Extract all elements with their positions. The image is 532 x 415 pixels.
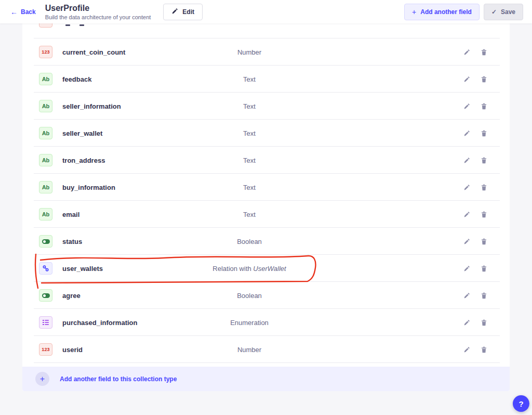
delete-field-button[interactable] [480,345,488,354]
edit-button-label: Edit [182,8,194,16]
text-icon: Ab [39,181,52,193]
delete-field-button[interactable] [480,75,488,84]
field-type: Number [197,346,301,354]
field-type: Text [197,184,301,191]
edit-field-button[interactable] [462,102,471,111]
delete-field-button[interactable] [480,318,488,327]
add-another-field-button[interactable]: + Add another field [404,4,480,20]
field-type: Text [197,102,301,110]
edit-field-button[interactable] [462,291,471,300]
field-row-tron_address: Abtron_addressText [22,147,510,174]
page-title: UserProfile [45,4,151,13]
help-button[interactable]: ? [513,395,529,412]
field-name: purchased_information [62,319,137,327]
add-field-label: Add another field [420,8,472,16]
delete-field-button[interactable] [480,129,488,138]
back-arrow-icon: ← [10,8,18,16]
text-icon: Ab [39,154,52,166]
edit-field-button[interactable] [462,129,471,138]
number-icon: 123 [39,23,52,28]
field-type: Text [197,211,301,218]
relation-icon [39,262,52,275]
field-type: Enumeration [197,319,301,327]
row-actions [462,264,488,273]
field-row-agree: agreeBoolean [22,282,510,309]
pencil-icon [171,8,178,16]
field-type: Relation with UserWallet [197,265,301,273]
field-name: current_coin_count [62,48,125,56]
field-name: seller_wallet [62,129,102,137]
delete-field-button[interactable] [480,264,488,273]
header-bar: ← Back UserProfile Build the data archit… [0,0,532,23]
field-type: Number [197,48,301,56]
row-actions [462,237,488,246]
field-type: Text [197,157,301,164]
field-name: buy_information [62,184,115,191]
back-label: Back [21,8,36,16]
field-name: user_wallets [62,265,103,273]
title-block: UserProfile Build the data architecture … [45,4,151,20]
row-actions [462,345,488,354]
back-link[interactable]: ← Back [10,8,36,16]
save-button[interactable]: ✓ Save [484,4,523,20]
field-rows: 123current_coin_countNumberAbfeedbackTex… [22,38,510,363]
field-row-purchased_information: purchased_informationEnumeration [22,309,510,336]
check-icon: ✓ [491,9,497,15]
delete-field-button[interactable] [480,210,488,219]
field-row-status: statusBoolean [22,228,510,255]
delete-field-button[interactable] [480,291,488,300]
row-actions [462,318,488,327]
row-actions [462,183,488,192]
number-icon: 123 [39,343,52,356]
field-row-user_wallets: user_walletsRelation with UserWallet [22,255,510,282]
edit-field-button[interactable] [462,345,471,354]
plus-icon: + [412,8,416,16]
edit-field-button[interactable] [462,264,471,273]
enum-icon [39,316,52,329]
delete-field-button[interactable] [480,156,488,165]
edit-button[interactable]: Edit [163,4,203,20]
field-name: agree [62,292,81,300]
edit-field-button[interactable] [462,237,471,246]
delete-field-button[interactable] [480,237,488,246]
partial-field-row: 123 [22,23,510,38]
field-row-feedback: AbfeedbackText [22,66,510,93]
field-row-current_coin_count: 123current_coin_countNumber [22,38,510,66]
row-actions [462,291,488,300]
field-row-seller_information: Abseller_informationText [22,93,510,120]
help-button-label: ? [518,399,523,408]
field-name: feedback [62,75,91,83]
edit-field-button[interactable] [462,75,471,84]
field-row-email: AbemailText [22,201,510,228]
add-field-row-label: Add another field to this collection typ… [60,375,177,383]
field-name: status [62,238,82,245]
field-type: Text [197,75,301,83]
clipped-text-fragment [65,24,70,26]
field-row-buy_information: Abbuy_informationText [22,174,510,201]
delete-field-button[interactable] [480,102,488,111]
text-icon: Ab [39,73,52,85]
field-name: userid [62,346,83,354]
edit-field-button[interactable] [462,318,471,327]
field-type: Text [197,129,301,137]
boolean-icon [39,289,52,302]
delete-field-button[interactable] [480,48,488,57]
edit-field-button[interactable] [462,48,471,57]
fields-list-card: 123 123current_coin_countNumberAbfeedbac… [22,23,510,391]
delete-field-button[interactable] [480,183,488,192]
row-actions [462,156,488,165]
field-type: Boolean [197,238,301,245]
field-name: seller_information [62,102,121,110]
field-name: email [62,211,79,218]
save-button-label: Save [501,8,515,16]
number-icon: 123 [39,46,52,58]
edit-field-button[interactable] [462,210,471,219]
row-actions [462,129,488,138]
add-field-row[interactable]: + Add another field to this collection t… [22,367,510,391]
plus-circle-icon: + [35,372,49,386]
edit-field-button[interactable] [462,156,471,165]
field-name: tron_address [62,157,105,164]
row-actions [462,75,488,84]
edit-field-button[interactable] [462,183,471,192]
text-icon: Ab [39,127,52,139]
